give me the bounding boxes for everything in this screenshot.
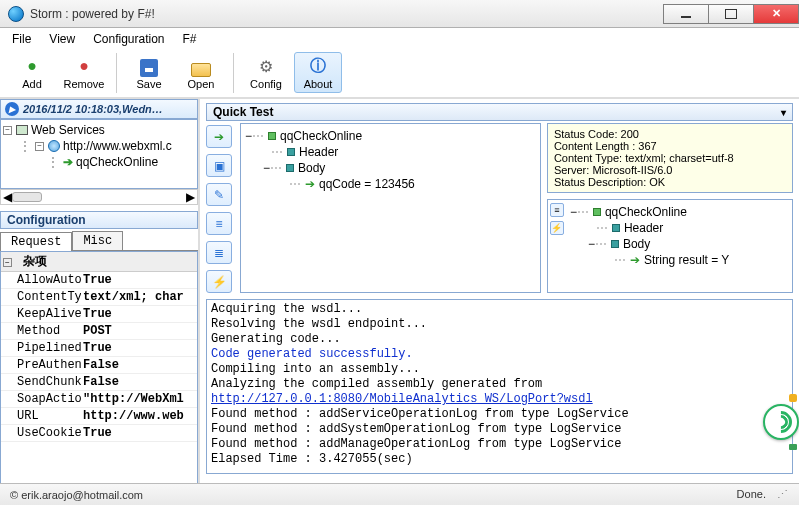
menu-view[interactable]: View [49, 32, 75, 46]
menu-file[interactable]: File [12, 32, 31, 46]
open-button[interactable]: Open [177, 60, 225, 93]
badge-dot-icon [789, 394, 797, 402]
wifi-badge-icon[interactable] [763, 404, 799, 440]
tree-operation[interactable]: ⋮ ➔ qqCheckOnline [3, 154, 195, 170]
raw-button[interactable]: ≣ [206, 241, 232, 264]
view-button[interactable]: ≡ [206, 212, 232, 235]
tree-endpoint[interactable]: ⋮ − http://www.webxml.c [3, 138, 195, 154]
about-button[interactable]: ⓘ About [294, 52, 342, 93]
tree-body[interactable]: − ⋯ Body [570, 236, 788, 252]
menu-fsharp[interactable]: F# [183, 32, 197, 46]
services-tree[interactable]: − Web Services ⋮ − http://www.webxml.c ⋮… [0, 119, 198, 189]
property-row[interactable]: URLhttp://www.web [1, 408, 197, 425]
remove-button[interactable]: ● Remove [60, 52, 108, 93]
tree-result[interactable]: ⋯➔ String result = Y [570, 252, 788, 268]
output-console[interactable]: Acquiring the wsdl... Resolving the wsdl… [206, 299, 793, 474]
scroll-thumb[interactable] [12, 192, 42, 202]
console-line: Resolving the wsdl endpoint... [211, 317, 788, 332]
minimize-button[interactable] [663, 4, 709, 24]
tree-root[interactable]: − Web Services [3, 122, 195, 138]
property-category[interactable]: − 杂项 [1, 252, 197, 272]
property-value[interactable]: http://www.web [81, 408, 197, 424]
property-category-label: 杂项 [23, 255, 47, 269]
resize-grip-icon[interactable]: ⋰ [777, 488, 789, 500]
timestamp-header[interactable]: ▶ 2016/11/2 10:18:03,Wedn… [0, 99, 198, 119]
collapse-icon[interactable]: − [588, 237, 595, 251]
window-buttons [664, 4, 799, 24]
tree-body[interactable]: − ⋯ Body [245, 160, 536, 176]
open-label: Open [188, 78, 215, 90]
tree-header[interactable]: ⋯ Header [245, 144, 536, 160]
property-value[interactable]: "http://WebXml [81, 391, 197, 407]
maximize-button[interactable] [708, 4, 754, 24]
property-value[interactable]: text/xml; char [81, 289, 197, 305]
property-row[interactable]: KeepAliveTrue [1, 306, 197, 323]
property-value[interactable]: POST [81, 323, 197, 339]
property-value[interactable]: True [81, 272, 197, 288]
add-button[interactable]: ● Add [8, 52, 56, 93]
tab-request[interactable]: Request [0, 232, 72, 251]
property-value[interactable]: False [81, 374, 197, 390]
collapse-icon[interactable]: − [263, 161, 270, 175]
collapse-icon[interactable]: − [570, 205, 577, 219]
property-grid[interactable]: − 杂项 AllowAutoRTrueContentTyptext/xml; c… [0, 251, 198, 501]
stop-button[interactable]: ▣ [206, 154, 232, 177]
request-tree[interactable]: − ⋯ qqCheckOnline ⋯ Header − ⋯ Body ⋯➔ q… [240, 123, 541, 293]
response-tree[interactable]: − ⋯ qqCheckOnline ⋯ Header − ⋯ Body [566, 200, 792, 292]
property-row[interactable]: UseCookieCTrue [1, 425, 197, 442]
save-button[interactable]: Save [125, 56, 173, 93]
collapse-icon[interactable]: − [35, 142, 44, 151]
mini-button[interactable]: ≡ [550, 203, 564, 217]
gear-icon: ⚙ [255, 55, 277, 77]
collapse-icon[interactable]: − [3, 126, 12, 135]
property-value[interactable]: True [81, 306, 197, 322]
minus-icon: ● [73, 55, 95, 77]
status-line: Status Description: OK [554, 176, 786, 188]
property-row[interactable]: PipelinedTrue [1, 340, 197, 357]
edit-button[interactable]: ✎ [206, 183, 232, 206]
tree-root[interactable]: − ⋯ qqCheckOnline [570, 204, 788, 220]
property-row[interactable]: SendChunkeFalse [1, 374, 197, 391]
tab-misc[interactable]: Misc [72, 231, 123, 250]
property-key: UseCookieC [1, 425, 81, 441]
config-tabs: Request Misc [0, 231, 198, 251]
tree-label: Header [624, 221, 663, 235]
menu-bar: File View Configuration F# [0, 28, 799, 50]
right-pane: Quick Test ▾ ➔ ▣ ✎ ≡ ≣ ⚡ − ⋯ qqCheckOnli… [200, 99, 799, 501]
about-label: About [304, 78, 333, 90]
collapse-icon[interactable]: − [245, 129, 252, 143]
send-button[interactable]: ➔ [206, 125, 232, 148]
property-row[interactable]: PreAuthentFalse [1, 357, 197, 374]
property-row[interactable]: AllowAutoRTrue [1, 272, 197, 289]
horizontal-scrollbar[interactable]: ◀ ▶ [0, 189, 198, 205]
property-row[interactable]: SoapAction"http://WebXml [1, 391, 197, 408]
tree-line: ⋮ [19, 139, 31, 153]
close-button[interactable] [753, 4, 799, 24]
flash-button[interactable]: ⚡ [206, 270, 232, 293]
config-button[interactable]: ⚙ Config [242, 52, 290, 93]
response-toolbar: ≡ ⚡ [548, 200, 566, 292]
toolbar: ● Add ● Remove Save Open ⚙ Config ⓘ Abou… [0, 50, 799, 97]
tree-param[interactable]: ⋯➔ qqCode = 123456 [245, 176, 536, 192]
status-bar: © erik.araojo@hotmail.com Done. ⋰ [0, 483, 799, 505]
property-value[interactable]: False [81, 357, 197, 373]
dropdown-icon[interactable]: ▾ [781, 107, 786, 118]
menu-configuration[interactable]: Configuration [93, 32, 164, 46]
config-label: Config [250, 78, 282, 90]
globe-icon [48, 140, 60, 152]
property-row[interactable]: MethodPOST [1, 323, 197, 340]
scroll-left-icon[interactable]: ◀ [3, 190, 12, 204]
tree-header[interactable]: ⋯ Header [570, 220, 788, 236]
tree-label: Web Services [31, 123, 105, 137]
tree-root[interactable]: − ⋯ qqCheckOnline [245, 128, 536, 144]
toolbar-separator [116, 53, 117, 93]
property-key: PreAuthent [1, 357, 81, 373]
property-value[interactable]: True [81, 340, 197, 356]
property-row[interactable]: ContentTyptext/xml; char [1, 289, 197, 306]
console-link[interactable]: http://127.0.0.1:8080/MobileAnalytics_WS… [211, 392, 593, 406]
collapse-icon[interactable]: − [3, 258, 12, 267]
mini-button[interactable]: ⚡ [550, 221, 564, 235]
property-value[interactable]: True [81, 425, 197, 441]
quick-test-body: ➔ ▣ ✎ ≡ ≣ ⚡ − ⋯ qqCheckOnline ⋯ Header − [206, 123, 793, 293]
scroll-right-icon[interactable]: ▶ [186, 190, 195, 204]
